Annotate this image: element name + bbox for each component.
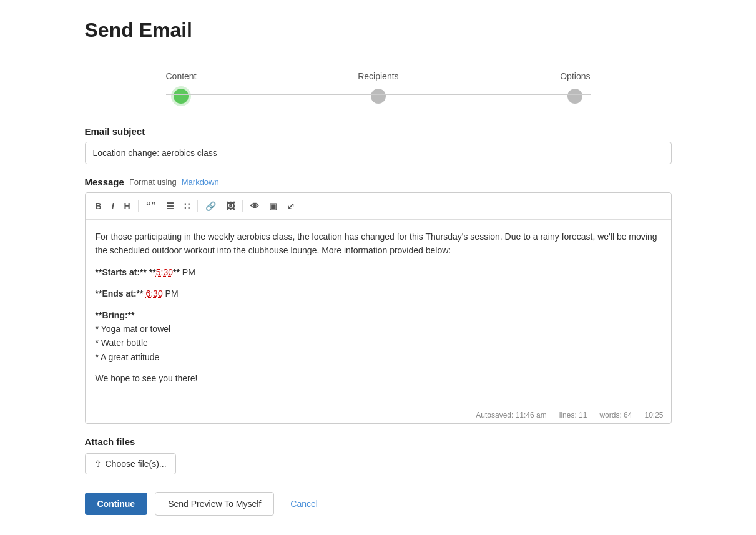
toolbar-heading-button[interactable]: H [120,199,134,214]
message-starts-at: **Starts at:** **5:30** PM [96,265,661,279]
bold-icon: B [96,201,102,211]
attach-files-label: Attach files [85,436,672,447]
message-section: Message Format using Markdown B I H “” [85,177,672,424]
quote-icon: “” [146,200,156,212]
toolbar-unordered-list-button[interactable]: ☰ [162,199,178,214]
image-icon: 🖼 [226,201,235,211]
email-subject-section: Email subject [85,126,672,164]
format-text: Format using [129,177,177,187]
link-icon: 🔗 [205,201,216,211]
message-bring: **Bring:** * Yoga mat or towel * Water b… [96,308,661,365]
step-options-label: Options [560,71,590,81]
autosave-text: Autosaved: 11:46 am [476,411,546,420]
words-count: words: 64 [599,411,632,420]
heading-icon: H [124,201,130,211]
preview-icon: 👁 [250,201,259,211]
step-options: Options [560,71,590,104]
toolbar-quote-button[interactable]: “” [142,198,160,214]
italic-icon: I [112,201,114,211]
attach-files-section: Attach files ⇧ Choose file(s)... [85,436,672,474]
toolbar-preview-button[interactable]: 👁 [247,199,263,214]
toolbar-ordered-list-button[interactable]: ∷ [180,199,194,214]
page-title: Send Email [85,19,672,42]
step-content: Content [166,71,197,104]
step-recipients-label: Recipients [358,71,398,81]
send-preview-button[interactable]: Send Preview To Myself [155,492,274,516]
toolbar-split-button[interactable]: ▣ [265,199,281,214]
message-label: Message [85,177,124,187]
continue-button[interactable]: Continue [85,493,148,515]
stepper: Content Recipients Options [85,71,672,104]
editor-toolbar: B I H “” ☰ ∷ � [86,193,671,220]
time-display: 10:25 [644,411,663,420]
message-paragraph-1: For those participating in the weekly ae… [96,230,661,258]
toolbar-fullscreen-button[interactable]: ⤢ [283,199,298,214]
title-divider [85,52,672,52]
email-subject-input[interactable] [85,142,672,164]
toolbar-separator-3 [242,200,243,212]
editor-body[interactable]: For those participating in the weekly ae… [86,220,671,407]
editor-container: B I H “” ☰ ∷ � [85,192,672,424]
fullscreen-icon: ⤢ [287,201,295,211]
editor-status-bar: Autosaved: 11:46 am lines: 11 words: 64 … [86,407,671,423]
unordered-list-icon: ☰ [166,201,174,211]
toolbar-separator-1 [138,200,139,212]
step-content-dot [174,89,189,104]
toolbar-link-button[interactable]: 🔗 [202,199,220,214]
toolbar-image-button[interactable]: 🖼 [222,199,238,214]
cancel-button[interactable]: Cancel [282,493,326,515]
email-subject-label: Email subject [85,126,672,137]
message-closing: We hope to see you there! [96,371,661,385]
choose-files-label: Choose file(s)... [106,459,167,469]
toolbar-separator-2 [197,200,198,212]
step-content-label: Content [166,71,197,81]
action-row: Continue Send Preview To Myself Cancel [85,492,672,516]
upload-icon: ⇧ [94,459,102,469]
stepper-track [166,94,591,95]
step-recipients: Recipients [358,71,398,104]
lines-count: lines: 11 [559,411,587,420]
step-options-dot [567,89,582,104]
toolbar-bold-button[interactable]: B [92,199,106,214]
choose-files-button[interactable]: ⇧ Choose file(s)... [85,453,176,474]
ordered-list-icon: ∷ [184,201,190,211]
toolbar-italic-button[interactable]: I [108,199,118,214]
split-icon: ▣ [269,201,277,211]
step-recipients-dot [371,89,386,104]
markdown-link[interactable]: Markdown [182,177,219,187]
message-ends-at: **Ends at:** 6:30 PM [96,287,661,300]
